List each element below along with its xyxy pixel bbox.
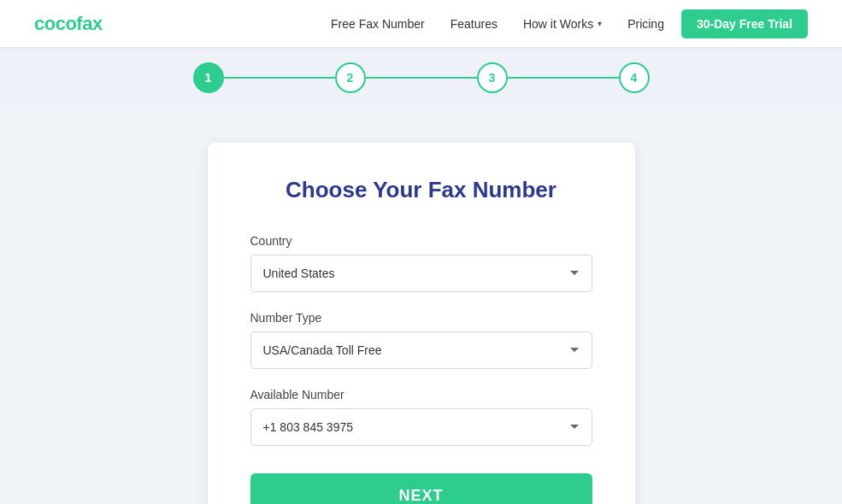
step-line-2 [366, 77, 477, 79]
navbar: cocofax Free Fax Number Features How it … [0, 0, 842, 47]
step-1: 1 [193, 62, 224, 93]
main-content: Choose Your Fax Number Country United St… [0, 108, 842, 504]
country-select[interactable]: United States Canada United Kingdom Aust… [250, 255, 592, 292]
available-number-label: Available Number [250, 388, 592, 401]
step-4: 4 [619, 62, 650, 93]
stepper: 1 2 3 4 [193, 62, 650, 93]
logo: cocofax [34, 13, 103, 35]
number-type-select[interactable]: USA/Canada Toll Free Local International [250, 331, 592, 369]
trial-button[interactable]: 30-Day Free Trial [681, 9, 808, 38]
nav-free-fax-number[interactable]: Free Fax Number [331, 17, 425, 31]
form-card: Choose Your Fax Number Country United St… [208, 143, 635, 504]
step-line-1 [224, 77, 335, 79]
country-label: Country [250, 234, 592, 248]
step-2: 2 [335, 62, 366, 93]
card-title: Choose Your Fax Number [250, 177, 592, 203]
step-3: 3 [477, 62, 508, 93]
number-type-label: Number Type [250, 311, 592, 325]
nav-links: Free Fax Number Features How it Works ▾ … [331, 17, 664, 31]
chevron-down-icon: ▾ [598, 19, 602, 28]
next-button[interactable]: NEXT [250, 473, 592, 504]
nav-pricing[interactable]: Pricing [627, 17, 664, 31]
step-line-3 [508, 77, 619, 79]
nav-how-it-works[interactable]: How it Works ▾ [523, 17, 602, 31]
available-number-select[interactable]: +1 803 845 3975 +1 803 845 3976 +1 803 8… [250, 408, 592, 446]
country-group: Country United States Canada United King… [250, 234, 592, 292]
stepper-bar: 1 2 3 4 [0, 47, 842, 108]
available-number-group: Available Number +1 803 845 3975 +1 803 … [250, 388, 592, 446]
number-type-group: Number Type USA/Canada Toll Free Local I… [250, 311, 592, 369]
nav-features[interactable]: Features [450, 17, 498, 31]
